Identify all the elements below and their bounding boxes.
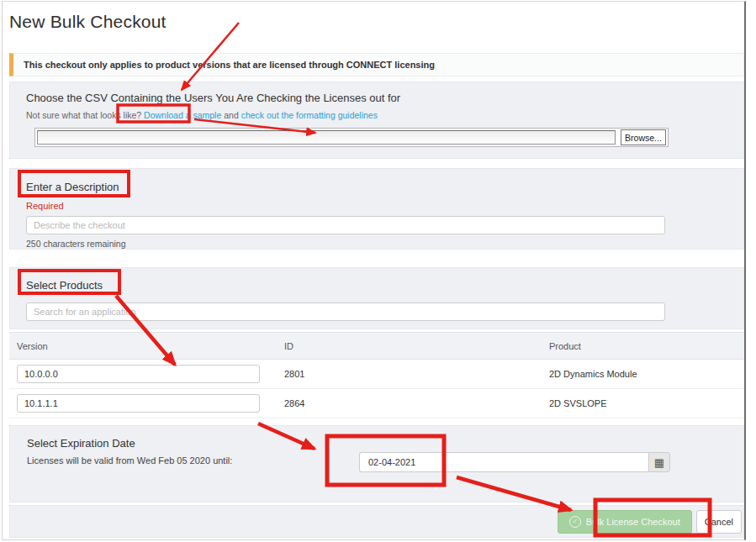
- browse-button[interactable]: Browse...: [621, 129, 666, 145]
- expiration-date-input[interactable]: [359, 452, 648, 472]
- check-circle-icon: ✓: [569, 516, 581, 528]
- file-upload-control[interactable]: Browse...: [34, 128, 669, 147]
- products-table-header: Version ID Product: [9, 332, 744, 360]
- info-banner: This checkout only applies to product ve…: [9, 53, 744, 76]
- page-frame: New Bulk Checkout This checkout only app…: [2, 1, 746, 540]
- column-header-product: Product: [542, 341, 744, 351]
- product-cell-row1: 2D Dynamics Module: [542, 369, 744, 379]
- bulk-license-checkout-button[interactable]: ✓ Bulk License Checkout: [558, 510, 692, 534]
- calendar-button[interactable]: ▦: [648, 452, 670, 472]
- description-input[interactable]: [26, 216, 665, 234]
- csv-upload-section: Choose the CSV Containing the Users You …: [9, 82, 744, 159]
- select-products-section: Select Products: [9, 267, 744, 329]
- required-label: Required: [26, 201, 727, 211]
- download-sample-link[interactable]: Download a sample: [144, 110, 221, 120]
- characters-remaining-label: 250 characters remaining: [26, 239, 727, 249]
- expiration-date-group: ▦: [359, 452, 670, 472]
- products-section-heading: Select Products: [26, 279, 727, 292]
- csv-hint-prefix: Not sure what that looks like?: [26, 110, 141, 120]
- csv-hint-middle: and: [224, 110, 239, 120]
- column-header-id: ID: [277, 341, 542, 351]
- calendar-icon: ▦: [654, 457, 664, 468]
- info-banner-text: This checkout only applies to product ve…: [24, 60, 435, 70]
- version-input-row1[interactable]: [17, 365, 260, 383]
- formatting-guidelines-link[interactable]: check out the formatting guidelines: [241, 110, 378, 120]
- csv-section-heading: Choose the CSV Containing the Users You …: [26, 92, 727, 104]
- column-header-version: Version: [9, 341, 277, 351]
- csv-hint-line: Not sure what that looks like? Download …: [26, 110, 727, 120]
- product-search-input[interactable]: [26, 303, 665, 321]
- table-row: 2801 2D Dynamics Module: [9, 360, 744, 389]
- version-input-row2[interactable]: [17, 394, 260, 413]
- check-glyph: ✓: [572, 518, 578, 525]
- table-row: 2864 2D SVSLOPE: [9, 389, 744, 418]
- expiration-section-heading: Select Expiration Date: [27, 437, 727, 450]
- form-footer: ✓ Bulk License Checkout Cancel: [9, 505, 744, 538]
- description-section-heading: Enter a Description: [26, 181, 727, 193]
- id-cell-row1: 2801: [277, 369, 542, 379]
- file-path-field[interactable]: [37, 130, 616, 145]
- description-section: Enter a Description Required 250 charact…: [9, 168, 744, 250]
- bulk-license-checkout-label: Bulk License Checkout: [586, 517, 680, 527]
- expiration-date-section: Select Expiration Date Licenses will be …: [9, 425, 744, 503]
- cancel-button[interactable]: Cancel: [696, 510, 742, 534]
- products-table: Version ID Product 2801 2D Dynamics Modu…: [9, 332, 744, 418]
- page-title: New Bulk Checkout: [9, 12, 167, 32]
- product-cell-row2: 2D SVSLOPE: [542, 398, 744, 408]
- id-cell-row2: 2864: [277, 398, 542, 408]
